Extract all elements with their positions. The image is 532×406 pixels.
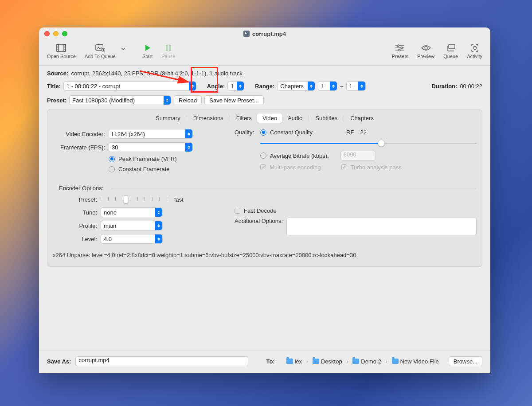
unparse-text: x264 Unparse: level=4.0:ref=2:8x8dct=0:w… (53, 252, 477, 258)
profile-label: Profile: (53, 223, 97, 229)
chevron-right-icon: › (347, 359, 348, 364)
tabs: Summary Dimensions Filters Video Audio S… (53, 113, 477, 123)
presets-button[interactable]: Presets (387, 43, 413, 60)
add-to-queue-button[interactable]: Add To Queue (80, 43, 120, 60)
toolbar: Open Source Add To Queue Start (39, 40, 490, 66)
enc-preset-slider[interactable] (101, 195, 167, 204)
titlebar: corrupt.mp4 (39, 27, 490, 40)
add-to-queue-group: Add To Queue (80, 43, 126, 60)
enc-preset-label: Preset: (53, 196, 97, 203)
multipass-label: Multi-pass encoding (270, 164, 321, 171)
rf-slider[interactable] (260, 139, 477, 147)
range-to-select[interactable]: 1 (346, 81, 366, 91)
save-new-preset-button[interactable]: Save New Preset... (204, 95, 263, 105)
encoder-options-label: Encoder Options: (59, 185, 103, 191)
avg-bitrate-label: Average Bitrate (kbps): (270, 152, 329, 159)
source-label: Source: (47, 70, 68, 77)
video-form: Video Encoder: H.264 (x264) Framerate (F… (53, 129, 477, 176)
constant-quality-radio[interactable] (260, 129, 266, 136)
picture-plus-icon (95, 43, 105, 52)
preset-row: Preset: Fast 1080p30 (Modified) Reload S… (47, 95, 482, 105)
tab-video[interactable]: Video (257, 113, 282, 123)
fps-select[interactable]: 30 (109, 142, 193, 152)
to-label: To: (266, 358, 274, 365)
turbo-checkbox (341, 164, 347, 170)
tab-chapters[interactable]: Chapters (345, 113, 379, 123)
rf-label: RF (346, 129, 354, 136)
additional-label: Additional Options: (235, 218, 283, 224)
turbo-label: Turbo analysis pass (351, 164, 402, 171)
document-icon (243, 31, 250, 37)
additional-options-input[interactable] (286, 218, 477, 235)
peak-framerate-label: Peak Framerate (VFR) (118, 156, 176, 162)
path-crumb-0[interactable]: lex (286, 358, 302, 365)
source-value: corrupt, 2562x1440, 25 FPS, SDR (8-bit 4… (71, 70, 243, 77)
activity-button[interactable]: Activity (462, 43, 487, 60)
preset-select[interactable]: Fast 1080p30 (Modified) (69, 95, 171, 105)
queue-button[interactable]: Queue (439, 43, 462, 60)
save-as-label: Save As: (47, 358, 71, 365)
reload-button[interactable]: Reload (174, 95, 202, 105)
scope-icon (470, 43, 480, 52)
stack-icon (446, 43, 456, 52)
duration-value: 00:00:22 (460, 83, 482, 90)
title-label: Title: (47, 83, 61, 90)
start-button[interactable]: Start (138, 43, 157, 60)
title-value: 1 - 00:00:22 - corrupt (66, 83, 120, 90)
open-source-button[interactable]: Open Source (43, 43, 80, 60)
tab-subtitles[interactable]: Subtitles (310, 113, 343, 123)
add-to-queue-chevron[interactable] (120, 44, 126, 53)
presets-label: Presets (392, 54, 408, 59)
level-select[interactable]: 4.0 (101, 234, 163, 244)
folder-icon (392, 359, 399, 364)
svg-point-20 (399, 49, 400, 51)
bitrate-input: 6000 (340, 151, 376, 160)
constant-framerate-radio[interactable] (109, 166, 115, 172)
path-crumb-1[interactable]: Desktop (313, 358, 342, 365)
path-crumb-3[interactable]: New Video File (392, 358, 439, 365)
fps-label: Framerate (FPS): (53, 144, 105, 151)
tab-audio[interactable]: Audio (282, 113, 308, 123)
preset-label: Preset: (47, 97, 66, 104)
save-as-input[interactable]: corrupt.mp4 (75, 356, 248, 366)
range-from-select[interactable]: 1 (318, 81, 337, 91)
duration-label: Duration: (432, 83, 458, 90)
range-sep: – (340, 83, 343, 90)
title-row: Title: 1 - 00:00:22 - corrupt Angle: 1 R… (47, 81, 482, 91)
queue-label: Queue (443, 54, 458, 59)
chevron-right-icon: › (386, 359, 387, 364)
tab-dimensions[interactable]: Dimensions (188, 113, 229, 123)
start-label: Start (142, 54, 153, 59)
preview-button[interactable]: Preview (413, 43, 439, 60)
film-icon (56, 43, 66, 52)
angle-label: Angle: (207, 83, 225, 90)
constant-quality-label: Constant Quality (270, 129, 313, 136)
tune-select[interactable]: none (101, 207, 163, 217)
profile-select[interactable]: main (101, 221, 163, 230)
peak-framerate-radio[interactable] (109, 156, 115, 162)
range-value: Chapters (280, 83, 304, 90)
svg-point-21 (425, 47, 427, 49)
constant-framerate-label: Constant Framerate (118, 166, 170, 172)
browse-button[interactable]: Browse... (449, 356, 482, 366)
range-type-select[interactable]: Chapters (277, 81, 315, 91)
fast-decode-checkbox[interactable] (235, 208, 240, 214)
source-row: Source: corrupt, 2562x1440, 25 FPS, SDR … (47, 70, 482, 77)
pause-icon (164, 43, 173, 52)
title-select[interactable]: 1 - 00:00:22 - corrupt (63, 81, 196, 91)
folder-icon (313, 359, 319, 364)
level-label: Level: (53, 236, 97, 242)
add-to-queue-label: Add To Queue (85, 54, 116, 59)
avg-bitrate-radio[interactable] (260, 152, 266, 159)
chevron-right-icon: › (306, 359, 308, 364)
tab-summary[interactable]: Summary (150, 113, 186, 123)
eye-icon (421, 43, 431, 52)
path-crumb-2[interactable]: Demo 2 (352, 358, 381, 365)
tab-filters[interactable]: Filters (231, 113, 257, 123)
encoder-select[interactable]: H.264 (x264) (109, 129, 193, 139)
pause-button: Pause (157, 43, 180, 60)
open-source-label: Open Source (47, 54, 76, 59)
angle-select[interactable]: 1 (227, 81, 244, 91)
angle-value: 1 (231, 83, 234, 90)
content-area: Source: corrupt, 2562x1440, 25 FPS, SDR … (39, 66, 490, 351)
